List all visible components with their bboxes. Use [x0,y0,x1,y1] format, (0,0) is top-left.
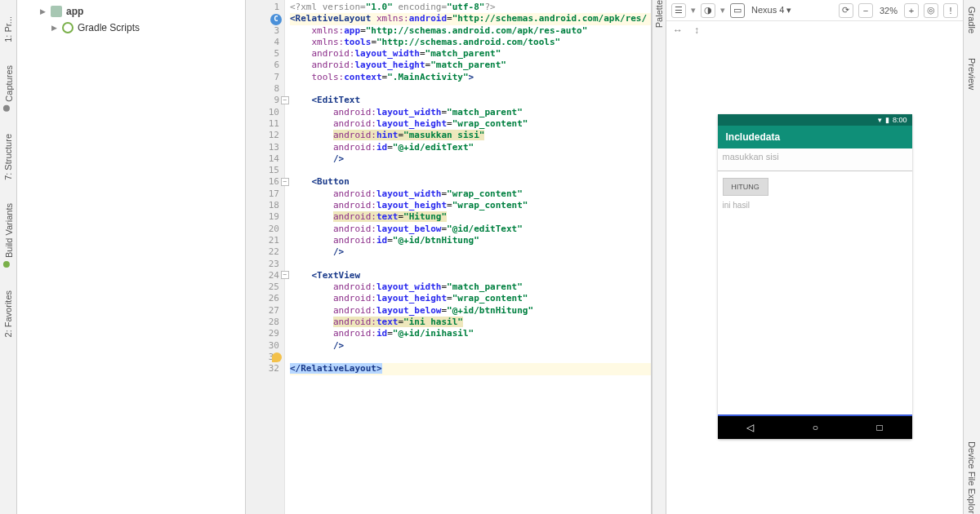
dropdown-icon[interactable]: ▾ [720,5,725,16]
zoom-in-button[interactable]: + [904,3,919,18]
tab-preview[interactable]: Preview [967,58,977,90]
nav-back-icon: ◁ [746,422,754,433]
refresh-icon[interactable]: ⟳ [839,3,853,18]
tree-label: Gradle Scripts [78,22,140,33]
tab-captures[interactable]: Captures [3,65,14,112]
nav-home-icon: ○ [813,422,818,433]
tab-device-file-explorer[interactable]: Device File Explor [967,441,977,514]
design-panel: ☰ ▾ ◑ ▾ ▭ Nexus 4 ▾ ⟳ − 32% + ◎ ! ↔ ↕ ▾ … [666,0,963,514]
device-selector[interactable]: Nexus 4 ▾ [750,5,793,16]
preview-textview: ini hasil [718,199,912,211]
tree-label: app [66,6,83,17]
preview-navbar: ◁ ○ □ [718,416,912,439]
device-preview: ▾ ▮ 8:00 Includedata masukkan sisi HITUN… [718,114,912,439]
editor-content[interactable]: <?xml version="1.0" encoding="utf-8"?><R… [285,0,651,514]
design-canvas[interactable]: ▾ ▮ 8:00 Includedata masukkan sisi HITUN… [666,39,963,514]
folder-icon [51,6,62,17]
dropdown-icon[interactable]: ▾ [691,5,696,16]
wifi-icon: ▾ [878,116,882,124]
preview-button: HITUNG [723,178,768,196]
tree-item-gradle[interactable]: ▶ Gradle Scripts [22,20,240,36]
status-time: 8:00 [893,116,907,124]
zoom-level: 32% [878,6,899,16]
gradle-icon [62,22,74,33]
code-editor[interactable]: 12C3456789−10111213141516−17181920212223… [246,0,652,514]
chevron-right-icon: ▶ [40,7,47,16]
tab-gradle[interactable]: Gradle [967,7,977,33]
zoom-fit-button[interactable]: ◎ [924,3,938,18]
tab-build-variants[interactable]: Build Variants [3,203,14,268]
project-tree: ▶ app ▶ Gradle Scripts [17,0,246,514]
nav-recent-icon: □ [877,422,883,433]
design-toolbar: ☰ ▾ ◑ ▾ ▭ Nexus 4 ▾ ⟳ − 32% + ◎ ! [666,0,963,21]
battery-icon: ▮ [885,116,889,124]
tab-project[interactable]: 1: Pr... [3,16,13,42]
phone-icon[interactable]: ▭ [730,3,745,18]
editor-gutter: 12C3456789−10111213141516−17181920212223… [246,0,285,514]
right-tool-tabs: Gradle Preview Device File Explor [963,0,980,514]
camera-icon [3,104,10,111]
pan-vertical-icon[interactable]: ↕ [694,24,699,36]
zoom-out-button[interactable]: − [858,3,873,18]
tab-structure[interactable]: 7: Structure [3,134,13,180]
chevron-right-icon: ▶ [51,24,58,32]
pan-horizontal-icon[interactable]: ↔ [673,24,683,36]
view-options-icon[interactable]: ◑ [701,3,715,18]
preview-edittext: masukkan sisi [718,148,912,171]
tree-item-app[interactable]: ▶ app [22,3,240,20]
palette-label: Palette [654,0,664,34]
design-subtoolbar: ↔ ↕ [666,21,963,39]
left-tool-tabs: 1: Pr... Captures 7: Structure Build Var… [0,0,17,514]
android-icon [3,261,10,268]
palette-tab[interactable]: Palette [652,0,666,514]
tab-favorites[interactable]: 2: Favorites [3,290,13,337]
preview-appbar: Includedata [718,126,912,148]
preview-body: masukkan sisi HITUNG ini hasil [718,148,912,416]
layers-icon[interactable]: ☰ [671,3,686,18]
preview-statusbar: ▾ ▮ 8:00 [718,114,912,126]
warnings-icon[interactable]: ! [943,3,958,18]
